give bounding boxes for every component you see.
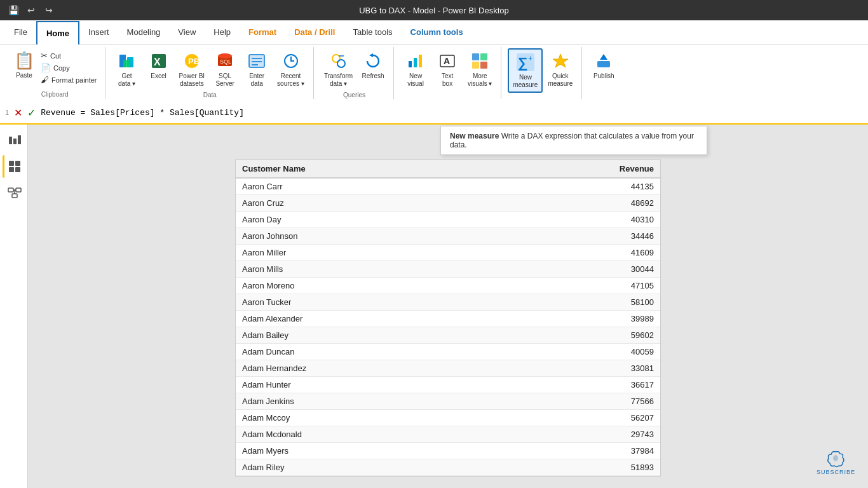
col-header-revenue: Revenue (499, 160, 660, 178)
formula-confirm-button[interactable]: ✓ (27, 107, 36, 119)
svg-rect-21 (414, 58, 417, 67)
sql-server-label: SQLServer (215, 72, 234, 88)
cell-revenue: 48692 (499, 195, 660, 212)
tab-view[interactable]: View (169, 20, 205, 44)
new-visual-button[interactable]: Newvisual (400, 48, 431, 90)
svg-rect-20 (409, 61, 412, 67)
redo-icon[interactable]: ↪ (43, 4, 55, 16)
cell-revenue: 40059 (499, 344, 660, 360)
table-row: Adam Hunter36617 (236, 377, 660, 393)
paste-icon: 📋 (14, 51, 34, 71)
get-data-label: Getdata ▾ (118, 72, 135, 88)
svg-rect-28 (480, 62, 487, 69)
cell-customer-name: Adam Mccoy (236, 410, 499, 426)
sidebar-model-icon[interactable] (3, 180, 25, 203)
sidebar-report-icon[interactable] (3, 130, 25, 152)
watermark: SUBSCRIBE (817, 449, 855, 475)
data-group: Getdata ▾ X Excel PB Power BIdatasets SQ… (107, 47, 314, 99)
sidebar-data-icon[interactable] (3, 155, 25, 178)
publish-icon (593, 51, 614, 71)
tab-home[interactable]: Home (36, 21, 79, 44)
refresh-button[interactable]: Refresh (358, 48, 388, 83)
svg-rect-41 (15, 167, 20, 172)
transform-data-button[interactable]: Transformdata ▾ (320, 48, 356, 90)
menu-tabs: File Home Insert Modeling View Help Form… (0, 20, 868, 44)
svg-text:PB: PB (188, 57, 200, 66)
more-visuals-icon (470, 51, 490, 71)
paste-button[interactable]: 📋 Paste (10, 48, 38, 90)
cell-revenue: 77566 (499, 393, 660, 410)
publish-group: Publish (583, 47, 624, 99)
sql-server-icon: SQL (215, 51, 235, 71)
cell-customer-name: Aaron Tucker (236, 294, 499, 311)
tab-help[interactable]: Help (205, 20, 240, 44)
copy-label: Copy (53, 64, 70, 72)
text-box-label: Textbox (442, 72, 453, 88)
tab-modeling[interactable]: Modeling (118, 20, 170, 44)
table-row: Aaron Mills30044 (236, 261, 660, 278)
copy-button[interactable]: 📄 Copy (38, 62, 100, 74)
cell-customer-name: Adam Duncan (236, 344, 499, 360)
cell-revenue: 34446 (499, 228, 660, 245)
formula-bar: 1 ✕ ✓ (0, 102, 868, 125)
tab-data-drill[interactable]: Data / Drill (285, 20, 344, 44)
table-row: Adam Mcdonald29743 (236, 426, 660, 443)
cell-revenue: 39989 (499, 311, 660, 327)
svg-rect-27 (472, 62, 479, 69)
format-painter-icon: 🖌 (41, 75, 49, 85)
new-visual-icon (405, 51, 426, 71)
new-measure-button[interactable]: ∑+ Newmeasure (508, 48, 543, 93)
undo-icon[interactable]: ↩ (25, 4, 37, 16)
powerbi-datasets-label: Power BIdatasets (179, 72, 205, 88)
svg-rect-44 (12, 194, 17, 198)
cut-button[interactable]: ✂ Cut (38, 50, 100, 62)
copy-icon: 📄 (41, 63, 51, 72)
recent-sources-button[interactable]: Recentsources ▾ (273, 48, 308, 90)
save-icon[interactable]: 💾 (8, 4, 19, 16)
cell-revenue: 29743 (499, 426, 660, 443)
cell-revenue: 51893 (499, 459, 660, 476)
refresh-label: Refresh (362, 72, 384, 80)
tab-table-tools[interactable]: Table tools (344, 20, 401, 44)
quick-measure-button[interactable]: Quickmeasure (544, 48, 576, 90)
svg-point-8 (218, 53, 232, 58)
powerbi-datasets-button[interactable]: PB Power BIdatasets (175, 48, 209, 90)
col-header-customer-name: Customer Name (236, 160, 499, 178)
title-bar-title: UBG to DAX - Model - Power BI Desktop (359, 6, 509, 15)
visuals-label (400, 97, 496, 98)
svg-text:A: A (444, 56, 450, 66)
table-row: Adam Jenkins77566 (236, 393, 660, 410)
formula-input[interactable] (41, 108, 863, 118)
excel-label: Excel (151, 72, 166, 80)
sql-server-button[interactable]: SQL SQLServer (210, 48, 240, 90)
cell-revenue: 33081 (499, 360, 660, 377)
get-data-button[interactable]: Getdata ▾ (112, 48, 142, 90)
svg-rect-2 (123, 60, 130, 67)
paste-label: Paste (16, 72, 32, 79)
tab-file[interactable]: File (5, 20, 36, 44)
clipboard-label: Clipboard (10, 90, 100, 98)
table-row: Aaron Tucker58100 (236, 294, 660, 311)
svg-text:+: + (528, 54, 532, 63)
format-painter-button[interactable]: 🖌 Format painter (38, 74, 100, 86)
cell-customer-name: Adam Myers (236, 443, 499, 459)
publish-button[interactable]: Publish (588, 48, 619, 83)
svg-rect-33 (597, 61, 610, 67)
cut-label: Cut (50, 52, 61, 60)
enter-data-button[interactable]: Enterdata (241, 48, 272, 90)
publish-items: Publish (588, 48, 619, 97)
formula-cancel-button[interactable]: ✕ (14, 107, 22, 119)
svg-marker-34 (600, 54, 607, 60)
text-box-button[interactable]: A Textbox (432, 48, 463, 90)
calculations-group: ∑+ Newmeasure Quickmeasure (503, 47, 582, 99)
svg-marker-32 (553, 54, 568, 67)
tab-format[interactable]: Format (240, 20, 285, 44)
excel-button[interactable]: X Excel (144, 48, 174, 83)
tab-insert[interactable]: Insert (79, 20, 118, 44)
table-row: Adam Hernandez33081 (236, 360, 660, 377)
visuals-group: Newvisual A Textbox Morevisuals ▾ (395, 47, 501, 99)
transform-data-label: Transformdata ▾ (324, 72, 353, 88)
more-visuals-button[interactable]: Morevisuals ▾ (464, 48, 496, 90)
tab-column-tools[interactable]: Column tools (402, 20, 472, 44)
table-row: Adam Riley51893 (236, 459, 660, 476)
